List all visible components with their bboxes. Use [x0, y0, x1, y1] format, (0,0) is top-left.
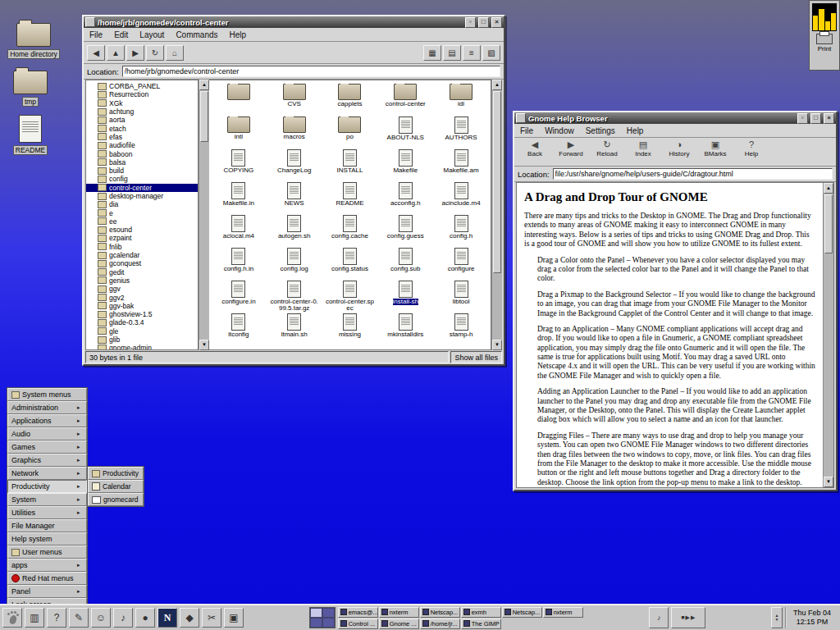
file-item[interactable]: Makefile.am [433, 149, 489, 182]
cd-player-applet[interactable] [671, 607, 705, 628]
tree-item[interactable]: glib [86, 336, 198, 344]
tree-item[interactable]: gnome-admin [86, 344, 198, 350]
toolbar-button[interactable]: ▶ [126, 45, 144, 61]
maximize-button[interactable] [478, 17, 489, 28]
launcher-button[interactable]: ? [47, 608, 66, 628]
maximize-button[interactable] [810, 113, 821, 124]
tree-item[interactable]: fnlib [86, 243, 198, 251]
task-button[interactable]: nxterm [379, 607, 419, 618]
file-item[interactable]: COPYING [211, 149, 267, 182]
scroll-up-icon[interactable] [492, 80, 502, 90]
desktop-icon-tmp[interactable]: tmp [0, 71, 61, 107]
launcher-button[interactable]: N [158, 608, 177, 628]
file-item[interactable]: config.log [267, 248, 322, 281]
file-item[interactable]: control-center.spec [322, 281, 378, 313]
tree-item[interactable]: e [86, 208, 198, 217]
tree-scrollbar[interactable] [199, 80, 209, 350]
file-item[interactable]: configure [433, 248, 489, 281]
location-input[interactable] [553, 168, 833, 180]
task-button[interactable]: exmh [461, 607, 501, 618]
file-item[interactable]: config.h [433, 215, 489, 248]
gnome-foot-menu-button[interactable] [2, 608, 22, 628]
menu[interactable]: Edit [108, 30, 134, 39]
file-item[interactable]: INSTALL [322, 149, 378, 182]
menu-item[interactable]: Applications [7, 414, 87, 427]
task-button[interactable]: Netscap... [420, 607, 460, 618]
tree-item[interactable]: Resurrection [86, 90, 198, 98]
tree-item[interactable]: etach [86, 124, 198, 132]
file-item[interactable]: acinclude.m4 [433, 182, 489, 215]
toolbar-button[interactable]: ▣ BMarks [700, 139, 731, 158]
mixer-applet[interactable] [649, 607, 669, 628]
tree-item[interactable]: balsa [86, 158, 198, 167]
file-item[interactable]: stamp-h [433, 313, 489, 346]
menu[interactable]: File [84, 30, 108, 39]
file-item[interactable]: missing [322, 313, 378, 346]
tree-item[interactable]: ggv-bak [86, 302, 198, 310]
launcher-button[interactable]: ✎ [69, 608, 89, 628]
menu-item[interactable]: Audio [7, 427, 87, 441]
iconify-button[interactable] [797, 113, 808, 124]
tree-item[interactable]: genius [86, 276, 198, 285]
menu-item[interactable]: Productivity [7, 480, 87, 493]
tree-item[interactable]: config [86, 175, 198, 183]
file-item[interactable]: ChangeLog [267, 149, 322, 182]
menu-item[interactable]: Panel [7, 585, 87, 598]
file-item[interactable]: acconfig.h [377, 182, 433, 215]
file-item[interactable]: install-sh [377, 281, 433, 313]
menu-item[interactable]: System menus [7, 388, 87, 401]
tree-item[interactable]: ee [86, 217, 198, 226]
menu[interactable]: Settings [580, 126, 621, 135]
menu-item[interactable]: User menus [7, 546, 87, 559]
file-item[interactable]: ltconfig [211, 313, 267, 346]
file-item[interactable]: config.status [322, 248, 378, 281]
file-item[interactable]: ABOUT-NLS [377, 116, 433, 149]
view-mode-button[interactable]: ≡ [463, 45, 481, 61]
menu-item[interactable]: Utilities [7, 506, 87, 519]
menu[interactable]: Help [224, 30, 253, 39]
file-item[interactable]: configure.in [211, 281, 267, 313]
clock-applet[interactable]: Thu Feb 04 12:15 PM [785, 607, 838, 628]
menu[interactable]: Layout [134, 30, 170, 39]
task-button[interactable]: /home/jr... [420, 619, 460, 629]
launcher-button[interactable]: ▥ [25, 608, 44, 628]
menu[interactable]: File [514, 126, 539, 135]
file-item[interactable]: Makefile.in [211, 182, 267, 215]
help-scrollbar[interactable] [823, 183, 833, 487]
file-item[interactable]: AUTHORS [433, 116, 489, 149]
desktop-icon-home[interactable]: Home directory [3, 23, 64, 59]
launcher-button[interactable]: ✂ [202, 608, 221, 628]
menu-item[interactable]: Administration [7, 401, 87, 414]
file-item[interactable]: control-center-0.99.5.tar.gz [267, 281, 322, 313]
tree-item[interactable]: gconquest [86, 259, 198, 267]
files-scrollbar[interactable] [491, 80, 502, 350]
menu-item[interactable]: System [7, 493, 87, 506]
tree-item[interactable]: baboon [86, 149, 198, 158]
file-item[interactable]: control-center [377, 84, 433, 116]
menu-item[interactable]: Network [7, 467, 87, 480]
file-item[interactable]: libtool [433, 281, 489, 313]
print-applet[interactable]: Print [816, 34, 833, 52]
toolbar-button[interactable]: ◀ Back [519, 139, 550, 158]
menu-item[interactable]: Graphics [7, 454, 87, 467]
toolbar-button[interactable]: ▶ Forward [555, 139, 587, 158]
menu[interactable]: Window [539, 126, 580, 135]
menu[interactable]: Commands [170, 30, 223, 39]
toolbar-button[interactable]: ↻ Reload [591, 139, 623, 158]
toolbar-button[interactable]: ▲ [107, 45, 125, 61]
desktop-pager-applet[interactable] [309, 607, 336, 628]
window-menu-icon[interactable] [85, 17, 95, 27]
menu-item[interactable]: Games [7, 441, 87, 454]
toolbar-button[interactable]: ◑ History [664, 139, 695, 158]
tree-item[interactable]: gcalendar [86, 251, 198, 259]
file-item[interactable]: config.cache [322, 215, 378, 248]
tree-item[interactable]: desktop-manager [86, 192, 198, 200]
submenu-item[interactable]: gnomecard [88, 493, 144, 506]
file-item[interactable] [211, 84, 267, 116]
scroll-up-icon[interactable] [824, 183, 833, 194]
task-button[interactable]: nxterm [543, 607, 583, 618]
task-button[interactable]: The GIMP [461, 619, 501, 629]
file-item[interactable]: ltmain.sh [267, 313, 322, 346]
tree-item[interactable]: ezpaint [86, 234, 198, 242]
scroll-thumb[interactable] [200, 91, 208, 142]
